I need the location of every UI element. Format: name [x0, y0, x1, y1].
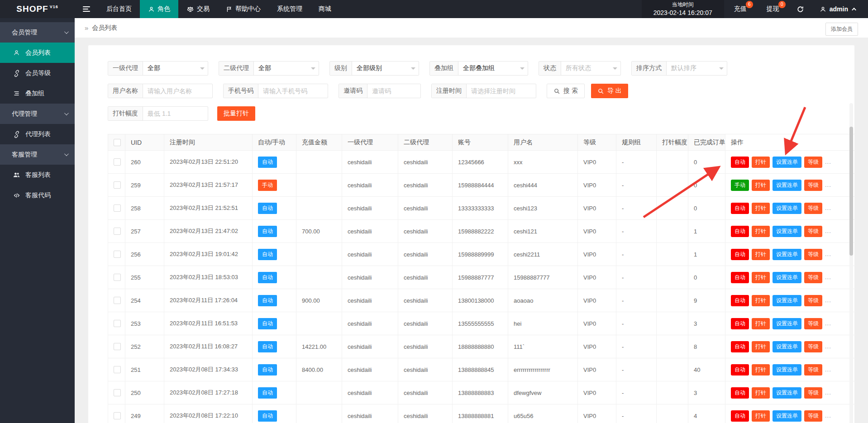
- mode-badge[interactable]: 自动: [258, 249, 277, 260]
- action-button-0[interactable]: 打针: [752, 295, 770, 306]
- row-checkbox[interactable]: [114, 251, 121, 258]
- filter-input-3[interactable]: [467, 84, 536, 98]
- nav-item-4[interactable]: 系统管理: [269, 0, 310, 18]
- action-mode-button[interactable]: 自动: [731, 226, 749, 237]
- more-actions-button[interactable]: ...: [825, 181, 831, 188]
- action-button-2[interactable]: 等级: [804, 226, 822, 237]
- filter-input-2[interactable]: [367, 84, 420, 98]
- more-actions-button[interactable]: ...: [825, 389, 831, 396]
- action-mode-button[interactable]: 自动: [731, 203, 749, 214]
- action-button-0[interactable]: 打针: [752, 249, 770, 260]
- action-button-2[interactable]: 等级: [804, 295, 822, 306]
- more-actions-button[interactable]: ...: [825, 366, 831, 373]
- more-actions-button[interactable]: ...: [825, 204, 831, 211]
- action-button-2[interactable]: 等级: [804, 272, 822, 283]
- more-actions-button[interactable]: ...: [825, 412, 831, 419]
- sidebar-section-0[interactable]: 会员管理: [0, 22, 75, 43]
- recharge-notice[interactable]: 充值 6: [724, 0, 757, 18]
- withdraw-notice[interactable]: 提现 0: [757, 0, 789, 18]
- sidebar-item-0-2[interactable]: 叠加组: [0, 83, 75, 104]
- action-button-1[interactable]: 设置连单: [773, 387, 801, 399]
- action-mode-button[interactable]: 自动: [731, 295, 749, 306]
- row-checkbox[interactable]: [114, 204, 121, 212]
- more-actions-button[interactable]: ...: [825, 251, 831, 257]
- action-button-1[interactable]: 设置连单: [773, 249, 801, 260]
- action-button-2[interactable]: 等级: [804, 387, 822, 399]
- sidebar-item-0-1[interactable]: 会员等级: [0, 63, 75, 83]
- action-button-2[interactable]: 等级: [804, 249, 822, 260]
- sidebar-section-2[interactable]: 客服管理: [0, 144, 75, 165]
- more-actions-button[interactable]: ...: [825, 320, 831, 327]
- more-actions-button[interactable]: ...: [825, 274, 831, 280]
- action-mode-button[interactable]: 自动: [731, 318, 749, 329]
- action-button-0[interactable]: 打针: [752, 157, 770, 168]
- sidebar-item-2-0[interactable]: 客服列表: [0, 165, 75, 185]
- more-actions-button[interactable]: ...: [825, 158, 831, 165]
- row-checkbox[interactable]: [114, 389, 121, 396]
- filter-input-1[interactable]: [258, 84, 328, 98]
- action-button-1[interactable]: 设置连单: [773, 295, 801, 306]
- action-mode-button[interactable]: 自动: [731, 387, 749, 399]
- add-member-button[interactable]: 添加会员: [825, 23, 858, 36]
- action-mode-button[interactable]: 自动: [731, 364, 749, 375]
- action-button-1[interactable]: 设置连单: [773, 180, 801, 191]
- action-button-0[interactable]: 打针: [752, 410, 770, 422]
- filter-select-5[interactable]: 排序方式默认排序: [631, 61, 727, 76]
- menu-toggle-icon[interactable]: [75, 0, 98, 18]
- action-button-2[interactable]: 等级: [804, 364, 822, 375]
- mode-badge[interactable]: 自动: [258, 157, 277, 168]
- action-mode-button[interactable]: 自动: [731, 157, 749, 168]
- filter-select-4[interactable]: 状态所有状态: [539, 61, 621, 76]
- action-button-1[interactable]: 设置连单: [773, 364, 801, 375]
- action-mode-button[interactable]: 自动: [731, 272, 749, 283]
- action-button-1[interactable]: 设置连单: [773, 226, 801, 237]
- action-button-2[interactable]: 等级: [804, 157, 822, 168]
- action-button-1[interactable]: 设置连单: [773, 157, 801, 168]
- action-mode-button[interactable]: 自动: [731, 410, 749, 422]
- mode-badge[interactable]: 自动: [258, 341, 277, 352]
- mode-badge[interactable]: 自动: [258, 387, 277, 399]
- row-checkbox[interactable]: [114, 366, 121, 373]
- nav-item-3[interactable]: 帮助中心: [218, 0, 269, 18]
- action-button-2[interactable]: 等级: [804, 203, 822, 214]
- action-button-0[interactable]: 打针: [752, 341, 770, 352]
- search-button[interactable]: 搜 索: [547, 84, 585, 98]
- row-checkbox[interactable]: [114, 297, 121, 304]
- action-button-1[interactable]: 设置连单: [773, 341, 801, 352]
- action-button-1[interactable]: 设置连单: [773, 203, 801, 214]
- nav-item-2[interactable]: 交易: [178, 0, 218, 18]
- mode-badge[interactable]: 自动: [258, 203, 277, 214]
- action-button-0[interactable]: 打针: [752, 272, 770, 283]
- action-button-2[interactable]: 等级: [804, 341, 822, 352]
- sidebar-item-2-1[interactable]: 客服代码: [0, 185, 75, 205]
- mode-badge[interactable]: 自动: [258, 226, 277, 237]
- nav-item-0[interactable]: 后台首页: [98, 0, 140, 18]
- action-button-0[interactable]: 打针: [752, 364, 770, 375]
- mode-badge[interactable]: 自动: [258, 318, 277, 329]
- filter-select-0[interactable]: 一级代理全部: [108, 61, 208, 76]
- action-mode-button[interactable]: 自动: [731, 249, 749, 260]
- action-button-2[interactable]: 等级: [804, 318, 822, 329]
- row-checkbox[interactable]: [114, 228, 121, 235]
- action-mode-button[interactable]: 自动: [731, 341, 749, 352]
- action-button-0[interactable]: 打针: [752, 180, 770, 191]
- row-checkbox[interactable]: [114, 320, 121, 327]
- select-all-checkbox[interactable]: [114, 139, 121, 146]
- mode-badge[interactable]: 手动: [258, 180, 277, 191]
- export-button[interactable]: 导 出: [591, 84, 628, 98]
- row-checkbox[interactable]: [114, 274, 121, 281]
- action-mode-button[interactable]: 手动: [731, 180, 749, 191]
- more-actions-button[interactable]: ...: [825, 343, 831, 350]
- action-button-1[interactable]: 设置连单: [773, 318, 801, 329]
- mode-badge[interactable]: 自动: [258, 272, 277, 283]
- filter-select-1[interactable]: 二级代理全部: [219, 61, 319, 76]
- more-actions-button[interactable]: ...: [825, 228, 831, 234]
- action-button-0[interactable]: 打针: [752, 203, 770, 214]
- sidebar-section-1[interactable]: 代理管理: [0, 104, 75, 124]
- filter-select-2[interactable]: 级别全部级别: [329, 61, 419, 76]
- refresh-button[interactable]: [789, 0, 811, 18]
- mode-badge[interactable]: 自动: [258, 364, 277, 375]
- action-button-1[interactable]: 设置连单: [773, 272, 801, 283]
- nav-item-1[interactable]: 角色: [140, 0, 178, 18]
- filter-select-3[interactable]: 叠加组全部叠加组: [429, 61, 528, 76]
